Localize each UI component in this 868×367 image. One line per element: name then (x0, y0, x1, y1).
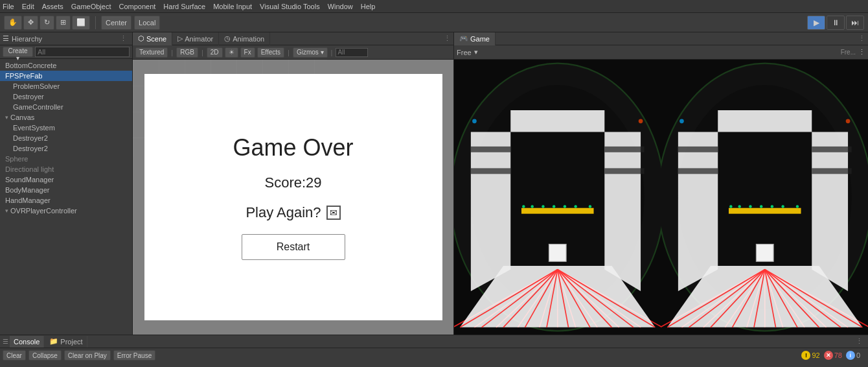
game-stats-area: Fre... (841, 49, 856, 56)
game-tab-label: Game (470, 35, 490, 43)
svg-rect-39 (471, 168, 510, 174)
hierarchy-title: Hierarchy (12, 35, 42, 43)
menu-edit[interactable]: Edit (22, 3, 34, 10)
vr-left-svg (454, 60, 661, 335)
play-again-text: Play Again? (246, 204, 321, 221)
game-overflow-icon[interactable]: ⋮ (858, 48, 865, 56)
fx-btn[interactable]: Fx (240, 47, 255, 58)
scene-panel-overflow[interactable]: ⋮ (444, 34, 453, 43)
game-view (454, 60, 868, 335)
play-btn[interactable]: ▶ (807, 16, 825, 30)
vr-left-eye (454, 60, 661, 335)
tab-project[interactable]: 📁 Project (45, 336, 87, 348)
console-overflow[interactable]: ⋮ (856, 337, 865, 346)
collapse-btn[interactable]: Collapse (29, 350, 62, 361)
menu-mobileinput[interactable]: Mobile Input (213, 3, 252, 10)
hierarchy-item-5[interactable]: ▾Canvas (0, 112, 132, 123)
bottom-panel: ☰ Console 📁 Project ⋮ Clear Collapse Cle… (0, 335, 868, 367)
tab-console[interactable]: Console (10, 336, 44, 348)
restart-btn[interactable]: Restart (242, 234, 345, 260)
svg-point-78 (770, 205, 773, 207)
hierarchy-search-bar: Create ▾ (0, 45, 132, 59)
gizmos-btn[interactable]: Gizmos ▾ (293, 47, 328, 58)
svg-point-86 (845, 119, 850, 123)
svg-rect-40 (604, 147, 644, 152)
warning-count: 92 (812, 351, 819, 359)
hierarchy-item-1[interactable]: FPSPreFab (0, 71, 132, 81)
svg-marker-26 (471, 132, 510, 291)
svg-point-85 (680, 119, 684, 123)
hierarchy-item-4[interactable]: GameController (0, 102, 132, 112)
playback-controls: ▶ ⏸ ⏭ (807, 16, 864, 30)
svg-point-35 (564, 205, 566, 207)
game-panel-overflow[interactable]: ⋮ (858, 34, 868, 43)
step-btn[interactable]: ⏭ (846, 16, 864, 30)
sun-btn[interactable]: ☀ (225, 47, 238, 58)
effects-btn[interactable]: Effects (257, 47, 284, 58)
hierarchy-item-14[interactable]: ▾OVRPlayerController (0, 206, 132, 216)
hierarchy-overflow[interactable]: ⋮ (120, 34, 130, 43)
hierarchy-item-8[interactable]: Destroyer2 (0, 143, 132, 154)
scene-search-input[interactable] (336, 48, 368, 57)
scene-toolbar-sep3: | (288, 49, 290, 56)
menu-window[interactable]: Window (328, 3, 353, 10)
svg-point-80 (795, 205, 798, 207)
svg-point-32 (531, 205, 533, 207)
hierarchy-item-11[interactable]: SoundManager (0, 174, 132, 185)
hierarchy-item-10[interactable]: Directional light (0, 164, 132, 174)
menu-file[interactable]: File (3, 3, 14, 10)
hierarchy-item-2[interactable]: ProblemSolver (0, 81, 132, 91)
menu-component[interactable]: Component (119, 3, 155, 10)
rgb-btn[interactable]: RGB (176, 47, 198, 58)
animator-tab-icon: ▷ (177, 34, 183, 43)
tab-game[interactable]: 🎮 Game (454, 32, 496, 45)
warning-icon: ! (801, 351, 810, 360)
2d-btn[interactable]: 2D (207, 47, 223, 58)
svg-point-37 (589, 205, 591, 207)
svg-rect-83 (812, 147, 851, 152)
create-btn[interactable]: Create ▾ (3, 47, 33, 57)
game-over-play-again: Play Again? ✉ (246, 204, 340, 221)
hierarchy-item-12[interactable]: BodyManager (0, 185, 132, 195)
transform-tools: ✋ ✥ ↻ ⊞ ⬜ (4, 16, 90, 30)
center-btn[interactable]: Center (101, 16, 131, 30)
hierarchy-item-6[interactable]: EventSystem (0, 123, 132, 133)
hierarchy-search-input[interactable] (35, 47, 130, 57)
hierarchy-item-0[interactable]: BottomConcrete (0, 60, 132, 71)
error-count: 78 (834, 351, 842, 359)
scale-tool-btn[interactable]: ⊞ (56, 16, 71, 30)
clear-on-play-btn[interactable]: Clear on Play (64, 350, 111, 361)
hierarchy-item-3[interactable]: Destroyer (0, 91, 132, 102)
tab-animator[interactable]: ▷ Animator (172, 32, 219, 45)
project-tab-icon: 📁 (49, 337, 58, 346)
menu-vstudio[interactable]: Visual Studio Tools (260, 3, 320, 10)
scene-tabs: ⬡ Scene ▷ Animator ◷ Animation ⋮ (133, 32, 453, 45)
rotate-tool-btn[interactable]: ↻ (40, 16, 54, 30)
hierarchy-item-9[interactable]: Sphere (0, 154, 132, 164)
tab-animation[interactable]: ◷ Animation (219, 32, 270, 45)
hand-tool-btn[interactable]: ✋ (4, 16, 22, 30)
console-tabs: ☰ Console 📁 Project ⋮ (0, 335, 868, 348)
hierarchy-item-7[interactable]: Destroyer2 (0, 133, 132, 143)
textured-btn[interactable]: Textured (135, 47, 168, 58)
info-status: i 0 (846, 351, 860, 360)
svg-marker-70 (812, 132, 848, 291)
move-tool-btn[interactable]: ✥ (23, 16, 38, 30)
error-icon: ✕ (824, 351, 833, 360)
menu-help[interactable]: Help (361, 3, 376, 10)
hierarchy-menu-icon[interactable]: ☰ (3, 34, 9, 43)
local-btn[interactable]: Local (134, 16, 160, 30)
animation-tab-label: Animation (233, 35, 264, 43)
menu-assets[interactable]: Assets (42, 3, 63, 10)
clear-btn[interactable]: Clear (3, 350, 26, 361)
hierarchy-item-13[interactable]: HandManager (0, 195, 132, 206)
pause-btn[interactable]: ⏸ (827, 16, 845, 30)
svg-point-77 (759, 205, 762, 207)
svg-point-76 (749, 205, 751, 207)
menu-hardsurface[interactable]: Hard Surface (163, 3, 205, 10)
error-pause-btn[interactable]: Error Pause (113, 350, 155, 361)
animation-tab-icon: ◷ (224, 34, 231, 43)
tab-scene[interactable]: ⬡ Scene (133, 32, 172, 45)
rect-tool-btn[interactable]: ⬜ (72, 16, 90, 30)
menu-gameobject[interactable]: GameObject (71, 3, 111, 10)
